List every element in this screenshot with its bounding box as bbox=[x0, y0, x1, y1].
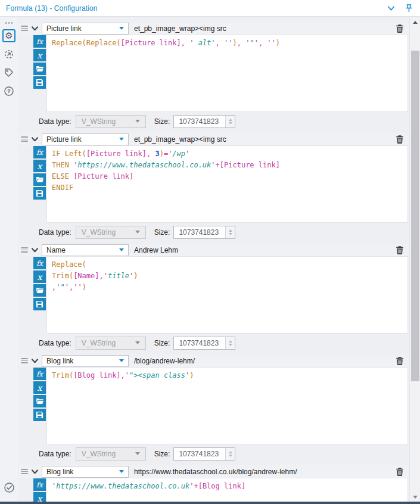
size-input[interactable]: 1073741823 bbox=[173, 115, 235, 128]
vertical-scrollbar[interactable] bbox=[409, 17, 420, 502]
configuration-titlebar: Formula (13) - Configuration bbox=[0, 0, 420, 17]
expression-header: Picture link et_pb_image_wrap><img src bbox=[19, 133, 409, 145]
functions-button[interactable]: fx bbox=[33, 257, 46, 269]
data-type-select[interactable]: V_WString bbox=[76, 115, 146, 128]
status-ok-indicator bbox=[0, 482, 18, 493]
formula-expression-block: Name Andrew Lehm fx x bbox=[19, 244, 409, 352]
collapse-expression-chevron-icon[interactable] bbox=[31, 26, 39, 32]
fx-icon: fx bbox=[36, 148, 43, 157]
size-spinner[interactable] bbox=[225, 448, 235, 460]
editor-toolbar: fx x bbox=[33, 145, 46, 223]
collapse-expression-chevron-icon[interactable] bbox=[31, 247, 39, 253]
expression-editor: fx x 'https://www.thedataschool.co.uk'+[… bbox=[19, 478, 409, 502]
left-toolbar: ⚙ ? bbox=[0, 17, 18, 502]
trash-icon bbox=[396, 356, 404, 366]
output-column-select[interactable]: Picture link bbox=[42, 23, 129, 35]
fx-icon: fx bbox=[36, 481, 43, 489]
trash-icon bbox=[396, 467, 404, 477]
functions-button[interactable]: fx bbox=[33, 35, 46, 48]
functions-button[interactable]: fx bbox=[33, 146, 46, 158]
variables-button[interactable]: x bbox=[33, 49, 46, 61]
formula-expression-block: Picture link et_pb_image_wrap><img src f… bbox=[19, 133, 409, 241]
dropdown-arrow-icon bbox=[119, 138, 124, 141]
size-spinner[interactable] bbox=[225, 116, 235, 127]
formula-code-editor[interactable]: Replace(Replace([Picture link], ' alt', … bbox=[46, 35, 408, 112]
drag-handle-icon[interactable] bbox=[21, 136, 28, 142]
save-expression-button[interactable] bbox=[33, 409, 46, 421]
variables-button[interactable]: x bbox=[33, 492, 46, 502]
spinner-up-icon bbox=[229, 451, 232, 453]
question-icon: ? bbox=[4, 86, 14, 97]
data-type-select[interactable]: V_WString bbox=[76, 447, 146, 461]
open-expression-button[interactable] bbox=[33, 63, 46, 75]
delete-expression-button[interactable] bbox=[396, 24, 404, 33]
pin-panel-icon[interactable] bbox=[403, 3, 414, 14]
collapse-expression-chevron-icon[interactable] bbox=[31, 469, 39, 475]
output-column-select[interactable]: Picture link bbox=[42, 133, 129, 145]
variables-button[interactable]: x bbox=[33, 270, 46, 283]
fx-icon: fx bbox=[36, 370, 43, 378]
drag-handle-icon[interactable] bbox=[21, 358, 28, 363]
save-expression-button[interactable] bbox=[33, 76, 46, 89]
size-input[interactable]: 1073741823 bbox=[173, 447, 235, 461]
circular-arrow-icon bbox=[4, 49, 14, 60]
annotation-tab-button[interactable] bbox=[2, 66, 15, 79]
size-input[interactable]: 1073741823 bbox=[173, 226, 235, 239]
data-type-select[interactable]: V_WString bbox=[76, 337, 146, 350]
formula-expression-block: Picture link et_pb_image_wrap><img src f… bbox=[19, 22, 409, 130]
expression-editor: fx x IF Left([Picture link], 3)='/wp'THE… bbox=[19, 145, 409, 223]
size-value: 1073741823 bbox=[174, 337, 225, 349]
page-title: Formula (13) - Configuration bbox=[6, 4, 98, 13]
output-column-name: Blog link bbox=[46, 357, 73, 365]
delete-expression-button[interactable] bbox=[396, 245, 404, 255]
functions-button[interactable]: fx bbox=[33, 368, 46, 380]
help-tab-button[interactable]: ? bbox=[2, 85, 15, 98]
delete-expression-button[interactable] bbox=[396, 135, 404, 144]
more-options-icon[interactable] bbox=[0, 22, 18, 24]
save-expression-button[interactable] bbox=[33, 298, 46, 310]
spinner-down-icon bbox=[229, 233, 232, 235]
configuration-tab-button[interactable]: ⚙ bbox=[2, 29, 15, 42]
drag-handle-icon[interactable] bbox=[21, 247, 28, 253]
output-column-select[interactable]: Blog link bbox=[42, 466, 129, 478]
formula-code-editor[interactable]: Replace(Trim([Name],'title'),'"','') bbox=[46, 256, 408, 334]
trash-icon bbox=[396, 135, 404, 144]
open-expression-button[interactable] bbox=[33, 284, 46, 297]
variables-button[interactable]: x bbox=[33, 160, 46, 172]
drag-handle-icon[interactable] bbox=[21, 469, 28, 474]
dropdown-arrow-icon bbox=[119, 248, 124, 251]
variables-button[interactable]: x bbox=[33, 381, 46, 394]
output-type-row: Data type: V_WString Size: 1073741823 bbox=[19, 112, 409, 130]
data-type-value: V_WString bbox=[82, 450, 116, 458]
size-spinner[interactable] bbox=[225, 226, 235, 238]
output-column-name: Picture link bbox=[46, 135, 82, 144]
performance-tab-button[interactable] bbox=[2, 48, 15, 61]
scroll-up-arrow-icon[interactable] bbox=[410, 17, 420, 27]
size-spinner[interactable] bbox=[225, 337, 235, 349]
open-expression-button[interactable] bbox=[33, 395, 46, 407]
functions-button[interactable]: fx bbox=[33, 478, 46, 491]
size-label: Size: bbox=[154, 450, 170, 458]
delete-expression-button[interactable] bbox=[396, 356, 404, 366]
save-expression-button[interactable] bbox=[33, 187, 46, 200]
open-expression-button[interactable] bbox=[33, 173, 46, 186]
scrollbar-thumb[interactable] bbox=[411, 51, 419, 381]
output-column-select[interactable]: Name bbox=[42, 244, 129, 256]
formula-code-editor[interactable]: Trim([Blog link],'"><span class') bbox=[46, 367, 408, 444]
collapse-expression-chevron-icon[interactable] bbox=[31, 358, 39, 364]
size-input[interactable]: 1073741823 bbox=[173, 337, 235, 350]
collapse-expression-chevron-icon[interactable] bbox=[31, 136, 39, 142]
spinner-up-icon bbox=[229, 229, 232, 232]
data-type-select[interactable]: V_WString bbox=[76, 226, 146, 239]
scroll-down-arrow-icon[interactable] bbox=[410, 492, 420, 502]
variable-x-icon: x bbox=[38, 161, 42, 171]
delete-expression-button[interactable] bbox=[396, 467, 404, 477]
code-line: Replace(Replace([Picture link], ' alt', … bbox=[52, 38, 404, 49]
drag-handle-icon[interactable] bbox=[21, 26, 28, 31]
size-value: 1073741823 bbox=[174, 226, 225, 238]
collapse-panel-chevron-icon[interactable] bbox=[385, 3, 396, 14]
output-column-select[interactable]: Blog link bbox=[42, 355, 129, 367]
variable-x-icon: x bbox=[38, 494, 42, 502]
formula-code-editor[interactable]: IF Left([Picture link], 3)='/wp'THEN 'ht… bbox=[46, 145, 408, 223]
formula-code-editor[interactable]: 'https://www.thedataschool.co.uk'+[Blog … bbox=[46, 478, 408, 502]
